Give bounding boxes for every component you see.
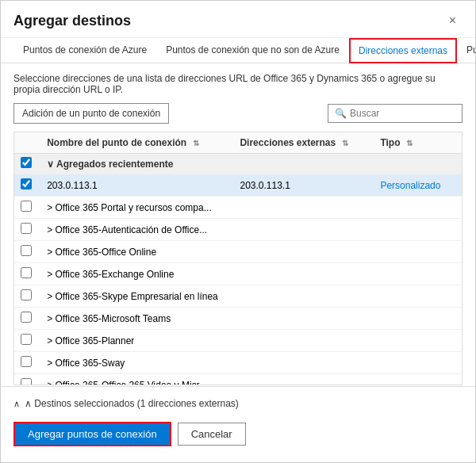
row-checkbox[interactable] (21, 245, 32, 256)
row-checkbox[interactable] (21, 267, 32, 278)
group-header-label: ∨ Agregados recientemente (40, 154, 462, 174)
row-external-cell: 203.0.113.1 (233, 174, 374, 197)
selected-destinations-toggle[interactable]: ∧ ∧ Destinos seleccionados (1 direccione… (13, 393, 463, 414)
row-checkbox-cell (14, 197, 40, 219)
table-row: > Office 365 Portal y recursos compa... (14, 197, 462, 219)
row-external-cell (233, 285, 374, 308)
col-name: Nombre del punto de conexión ⇅ (40, 132, 233, 154)
row-checkbox-cell (14, 330, 40, 352)
row-external-cell (233, 308, 374, 330)
row-type-cell (374, 197, 462, 219)
table-row: > Office 365-Exchange Online (14, 263, 462, 285)
row-external-cell (233, 330, 374, 352)
sort-type-icon[interactable]: ⇅ (406, 139, 413, 147)
expand-arrow-icon: ∧ (13, 399, 20, 409)
row-name-cell: > Office 365-Exchange Online (40, 263, 233, 285)
table-row: > Office 365-Sway (14, 352, 462, 374)
tab-azure[interactable]: Puntos de conexión de Azure (13, 38, 156, 63)
row-external-cell (233, 352, 374, 374)
description-text: Seleccione direcciones de una lista de d… (13, 73, 463, 95)
row-type-cell (374, 263, 462, 285)
row-external-cell (233, 374, 374, 386)
sort-external-icon[interactable]: ⇅ (342, 139, 348, 147)
row-checkbox[interactable] (21, 289, 32, 300)
row-name-cell: > Office 365-Planner (40, 330, 233, 352)
row-checkbox[interactable] (21, 223, 32, 234)
row-checkbox-cell (14, 285, 40, 308)
search-box: 🔍 (328, 104, 463, 123)
row-type-cell: Personalizado (374, 174, 462, 197)
table-row: > Office 365-Skype Empresarial en línea (14, 285, 462, 308)
row-external-cell (233, 241, 374, 263)
row-checkbox-cell (14, 219, 40, 241)
tab-non-azure[interactable]: Puntos de conexión que no son de Azure (156, 38, 349, 63)
add-destinations-dialog: Agregar destinos × Puntos de conexión de… (0, 0, 476, 463)
col-external: Direcciones externas ⇅ (233, 132, 374, 154)
row-name-cell: > Office 365-Office 365 Video y Micr... (40, 374, 233, 386)
table-row: > Office 365-Office 365 Video y Micr... (14, 374, 462, 386)
row-type-cell (374, 308, 462, 330)
row-name-cell: > Office 365-Office Online (40, 241, 233, 263)
dialog-body: Seleccione direcciones de una lista de d… (1, 63, 475, 386)
row-external-cell (233, 219, 374, 241)
row-checkbox[interactable] (21, 334, 32, 345)
row-name-cell: > Office 365-Microsoft Teams (40, 308, 233, 330)
table-container[interactable]: Nombre del punto de conexión ⇅ Direccion… (13, 132, 463, 385)
row-type-cell (374, 241, 462, 263)
footer-section: ∧ ∧ Destinos seleccionados (1 direccione… (1, 386, 475, 462)
table-row: > Office 365-Planner (14, 330, 462, 352)
search-input[interactable] (350, 108, 455, 119)
tab-external[interactable]: Direcciones externas (349, 38, 457, 63)
row-type-cell (374, 374, 462, 386)
col-type: Tipo ⇅ (374, 132, 462, 154)
row-checkbox[interactable] (21, 178, 32, 189)
connections-table: Nombre del punto de conexión ⇅ Direccion… (14, 132, 462, 385)
row-external-cell (233, 197, 374, 219)
group-checkbox-cell (14, 154, 40, 174)
row-checkbox-cell (14, 174, 40, 197)
row-type-cell (374, 285, 462, 308)
row-name-cell: > Office 365-Skype Empresarial en línea (40, 285, 233, 308)
row-checkbox-cell (14, 308, 40, 330)
action-buttons: Agregar puntos de conexión Cancelar (13, 414, 463, 456)
tab-recent[interactable]: Punto de conexión reciente (457, 38, 476, 63)
row-name-cell: > Office 365-Autenticación de Office... (40, 219, 233, 241)
row-checkbox-cell (14, 241, 40, 263)
table-row: > Office 365-Microsoft Teams (14, 308, 462, 330)
row-type-cell (374, 330, 462, 352)
row-checkbox-cell (14, 352, 40, 374)
tabs-container: Puntos de conexión de Azure Puntos de co… (1, 38, 475, 63)
row-checkbox-cell (14, 374, 40, 386)
row-name-cell: > Office 365 Portal y recursos compa... (40, 197, 233, 219)
sort-name-icon[interactable]: ⇅ (193, 139, 199, 147)
row-name-cell: 203.0.113.1 (40, 174, 233, 197)
dialog-header: Agregar destinos × (1, 1, 475, 38)
search-icon: 🔍 (335, 108, 347, 119)
row-checkbox[interactable] (21, 356, 32, 367)
add-connection-points-button[interactable]: Agregar puntos de conexión (13, 422, 171, 446)
row-checkbox[interactable] (21, 378, 32, 385)
row-checkbox[interactable] (21, 201, 32, 212)
dialog-title: Agregar destinos (13, 13, 131, 29)
add-connection-button[interactable]: Adición de un punto de conexión (13, 103, 169, 124)
group-checkbox[interactable] (21, 157, 32, 168)
row-name-cell: > Office 365-Sway (40, 352, 233, 374)
col-checkbox (14, 132, 40, 154)
row-checkbox[interactable] (21, 312, 32, 323)
table-row: > Office 365-Autenticación de Office... (14, 219, 462, 241)
table-header-row: Nombre del punto de conexión ⇅ Direccion… (14, 132, 462, 154)
group-header-row: ∨ Agregados recientemente (14, 154, 462, 174)
row-checkbox-cell (14, 263, 40, 285)
close-button[interactable]: × (443, 10, 463, 31)
cancel-button[interactable]: Cancelar (178, 423, 246, 446)
row-type-cell (374, 352, 462, 374)
toolbar: Adición de un punto de conexión 🔍 (13, 103, 463, 124)
type-link[interactable]: Personalizado (380, 180, 440, 191)
table-row: > Office 365-Office Online (14, 241, 462, 263)
table-row: 203.0.113.1 203.0.113.1 Personalizado (14, 174, 462, 197)
selected-destinations-label: ∧ Destinos seleccionados (1 direcciones … (25, 398, 239, 409)
row-type-cell (374, 219, 462, 241)
row-external-cell (233, 263, 374, 285)
